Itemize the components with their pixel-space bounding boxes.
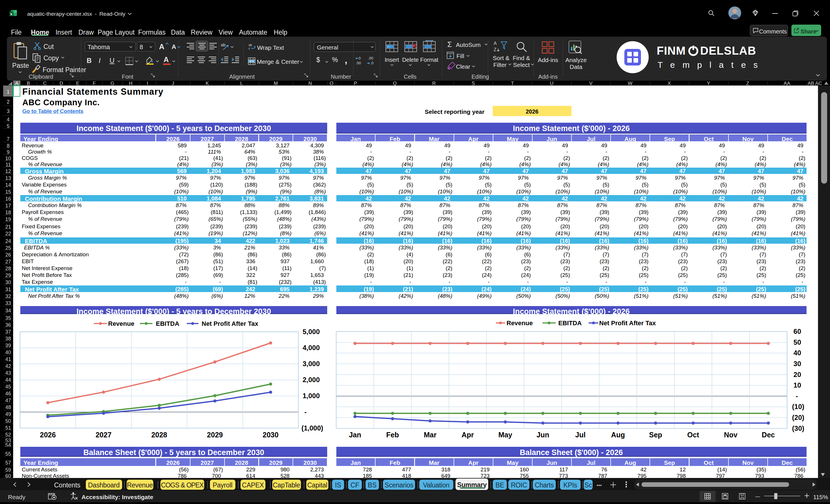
svg-text:10: 10 [793, 381, 801, 389]
svg-text:Jan: Jan [349, 431, 361, 439]
svg-text:Apr: Apr [461, 431, 474, 439]
svg-text:(10): (10) [792, 403, 804, 410]
svg-text:Sep: Sep [649, 431, 662, 439]
svg-text:Mar: Mar [424, 431, 437, 439]
svg-text:Dec: Dec [762, 431, 775, 439]
svg-text:(30): (30) [792, 424, 804, 432]
svg-text:60: 60 [793, 327, 801, 335]
svg-text:Jun: Jun [537, 431, 549, 439]
svg-text:Oct: Oct [687, 431, 699, 439]
svg-text:-: - [796, 392, 798, 400]
svg-text:30: 30 [793, 360, 801, 368]
svg-text:May: May [498, 431, 512, 439]
svg-text:Net Profit After Tax: Net Profit After Tax [599, 319, 656, 327]
svg-text:20: 20 [793, 371, 801, 378]
svg-text:40: 40 [793, 349, 801, 357]
svg-text:Nov: Nov [724, 431, 737, 439]
svg-text:Revenue: Revenue [507, 319, 533, 327]
svg-text:Aug: Aug [611, 431, 625, 439]
svg-text:Feb: Feb [386, 431, 399, 439]
svg-text:EBITDA: EBITDA [558, 319, 582, 327]
svg-text:50: 50 [793, 338, 801, 346]
svg-text:Jul: Jul [575, 431, 585, 439]
svg-text:(20): (20) [792, 414, 804, 421]
